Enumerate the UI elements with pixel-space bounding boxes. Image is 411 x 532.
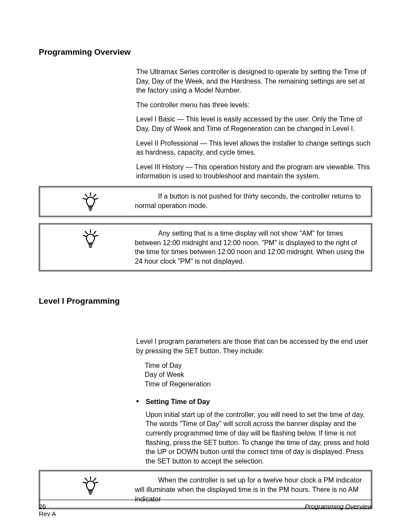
paragraph: The Ultramax Series controller is design… — [136, 67, 372, 95]
note-icon-col — [46, 229, 135, 249]
svg-line-12 — [95, 235, 98, 236]
heading-level-i-programming: Level I Programming — [39, 296, 372, 306]
lightbulb-icon — [82, 476, 99, 495]
note-box: If a button is not pushed for thirty sec… — [39, 186, 372, 217]
svg-line-18 — [94, 478, 96, 481]
footer-left: 26 Rev A — [39, 503, 56, 517]
lightbulb-icon — [82, 230, 99, 249]
svg-line-1 — [85, 194, 87, 197]
page-number: 26 — [39, 503, 56, 510]
note-text: If a button is not pushed for thirty sec… — [135, 192, 365, 210]
note-icon-col — [46, 476, 135, 495]
paragraph: Upon initial start up of the controller,… — [146, 410, 372, 466]
list-item: Day of Week — [145, 370, 372, 380]
list-item: Time of Regeneration — [145, 380, 372, 389]
svg-line-19 — [83, 482, 86, 483]
note-box: Any setting that is a time display will … — [39, 223, 372, 271]
bullet-icon: • — [136, 397, 146, 407]
paragraph: Level II Professional — This level allow… — [136, 139, 372, 157]
section2-body: Level I program parameters are those tha… — [136, 337, 372, 466]
note-icon-col — [46, 192, 135, 212]
svg-line-2 — [94, 194, 96, 197]
list-item: Time of Day — [145, 361, 372, 370]
section1-body: The Ultramax Series controller is design… — [136, 67, 372, 181]
svg-line-17 — [85, 478, 87, 481]
page: Programming Overview The Ultramax Series… — [0, 0, 411, 532]
paragraph: The controller menu has three levels: — [136, 100, 372, 110]
heading-programming-overview: Programming Overview — [39, 47, 372, 57]
revision: Rev A — [39, 510, 56, 517]
note-paragraph: If a button is not pushed for thirty sec… — [135, 192, 365, 210]
svg-line-20 — [95, 482, 98, 483]
footer-section-title: Programming Overview — [305, 503, 372, 510]
sub-body: Upon initial start up of the controller,… — [146, 410, 372, 466]
svg-line-9 — [85, 231, 87, 234]
svg-line-4 — [95, 198, 98, 199]
svg-line-10 — [94, 231, 96, 234]
paragraph: Level I Basic — This level is easily acc… — [136, 115, 372, 133]
svg-line-3 — [83, 198, 86, 199]
parameter-list: Time of Day Day of Week Time of Regenera… — [145, 361, 372, 389]
note-paragraph: Any setting that is a time display will … — [135, 229, 365, 266]
paragraph: Level I program parameters are those tha… — [136, 337, 372, 355]
bullet-row: • Setting Time of Day — [136, 397, 372, 407]
note-text: Any setting that is a time display will … — [135, 229, 365, 266]
sub-heading: Setting Time of Day — [146, 397, 210, 407]
svg-line-11 — [83, 235, 86, 236]
page-footer: 26 Rev A Programming Overview — [39, 500, 372, 517]
lightbulb-icon — [82, 193, 99, 212]
paragraph: Level III History — This operation histo… — [136, 162, 372, 181]
